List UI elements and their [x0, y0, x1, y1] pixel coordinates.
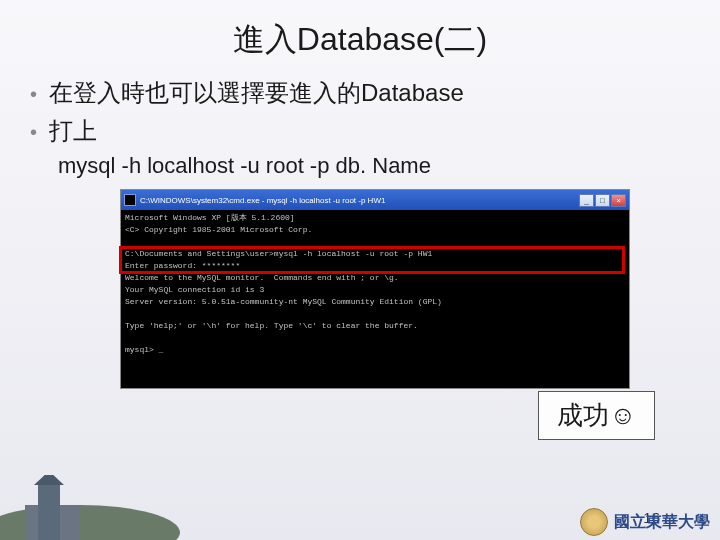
content-area: • 在登入時也可以選擇要進入的Database • 打上 mysql -h lo…: [0, 77, 720, 389]
cmd-title-text: C:\WINDOWS\system32\cmd.exe - mysql -h l…: [140, 196, 385, 205]
cmd-line: Microsoft Windows XP [版本 5.1.2600]: [125, 213, 295, 222]
minimize-button[interactable]: _: [579, 194, 594, 207]
cmd-titlebar: C:\WINDOWS\system32\cmd.exe - mysql -h l…: [121, 190, 629, 210]
bullet-item: • 打上: [30, 115, 690, 147]
footer-decoration: 國立東華大學: [0, 475, 720, 540]
cmd-line: <C> Copyright 1985-2001 Microsoft Corp.: [125, 225, 312, 234]
cmd-body: Microsoft Windows XP [版本 5.1.2600] <C> C…: [121, 210, 629, 388]
bullet-text: 打上: [49, 115, 97, 147]
maximize-button[interactable]: □: [595, 194, 610, 207]
cmd-app-icon: [124, 194, 136, 206]
cmd-line: Server version: 5.0.51a-community-nt MyS…: [125, 297, 442, 306]
bullet-dot-icon: •: [30, 121, 37, 144]
close-button[interactable]: ×: [611, 194, 626, 207]
bullet-item: • 在登入時也可以選擇要進入的Database: [30, 77, 690, 109]
cmd-line: Welcome to the MySQL monitor. Commands e…: [125, 273, 399, 282]
cmd-line: mysql> _: [125, 345, 163, 354]
command-text: mysql -h localhost -u root -p db. Name: [58, 153, 690, 179]
university-name: 國立東華大學: [614, 512, 710, 533]
university-logo-icon: [580, 508, 608, 536]
cmd-line: C:\Documents and Settings\user>mysql -h …: [125, 249, 432, 258]
cmd-line: Type 'help;' or '\h' for help. Type '\c'…: [125, 321, 418, 330]
bullet-text: 在登入時也可以選擇要進入的Database: [49, 77, 464, 109]
slide-title: 進入Database(二): [0, 0, 720, 77]
cmd-window: C:\WINDOWS\system32\cmd.exe - mysql -h l…: [120, 189, 630, 389]
university-badge: 國立東華大學: [580, 508, 710, 536]
cmd-line: Your MySQL connection id is 3: [125, 285, 264, 294]
bullet-dot-icon: •: [30, 83, 37, 106]
building-silhouette: [20, 475, 80, 540]
cmd-line: Enter password: ********: [125, 261, 240, 270]
success-callout: 成功☺: [538, 391, 655, 440]
